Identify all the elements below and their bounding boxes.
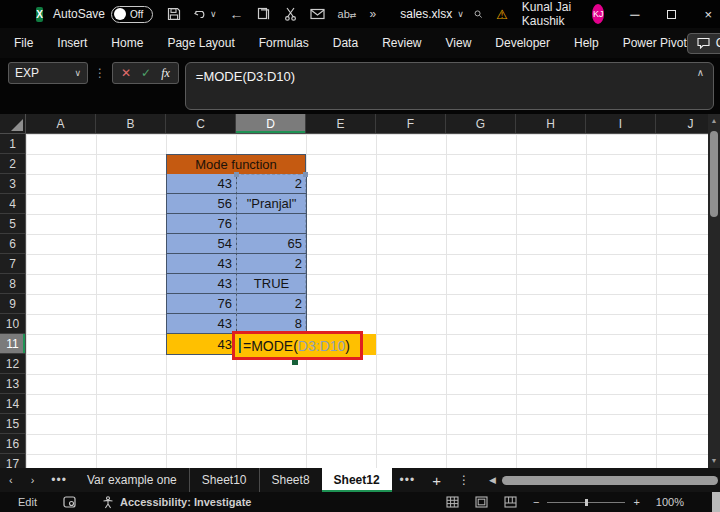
horizontal-scroll-track[interactable] bbox=[502, 475, 718, 485]
normal-view-icon[interactable] bbox=[446, 496, 459, 508]
row-header-2[interactable]: 2 bbox=[0, 154, 25, 174]
cut-icon[interactable] bbox=[284, 7, 297, 21]
horizontal-scrollbar[interactable]: ◀ ▶ bbox=[489, 475, 720, 485]
column-header-c[interactable]: C bbox=[166, 114, 236, 133]
avatar[interactable]: KJ bbox=[592, 4, 604, 24]
name-box[interactable]: EXP ∨ bbox=[8, 62, 88, 84]
document-title[interactable]: sales.xlsx ∨ bbox=[400, 7, 464, 21]
undo-dropdown-icon[interactable]: ∨ bbox=[210, 9, 217, 19]
scroll-down-icon[interactable]: ▼ bbox=[711, 454, 718, 468]
page-break-view-icon[interactable] bbox=[504, 496, 517, 508]
zoom-slider[interactable] bbox=[547, 502, 625, 503]
column-header-a[interactable]: A bbox=[26, 114, 96, 133]
cell-d5[interactable] bbox=[237, 214, 307, 234]
row-header-6[interactable]: 6 bbox=[0, 234, 25, 254]
ribbon-tab-review[interactable]: Review bbox=[382, 36, 421, 50]
cell-c3[interactable]: 43 bbox=[167, 174, 237, 194]
row-header-8[interactable]: 8 bbox=[0, 274, 25, 294]
row-header-10[interactable]: 10 bbox=[0, 314, 25, 334]
row-header-7[interactable]: 7 bbox=[0, 254, 25, 274]
column-header-i[interactable]: I bbox=[586, 114, 656, 133]
horizontal-scroll-thumb[interactable] bbox=[502, 476, 718, 485]
cell-c9[interactable]: 76 bbox=[167, 294, 237, 314]
ribbon-tab-insert[interactable]: Insert bbox=[57, 36, 87, 50]
formula-input[interactable]: =MODE(D3:D10) ∧ bbox=[185, 62, 714, 110]
ribbon-tab-file[interactable]: File bbox=[14, 36, 33, 50]
row-header-14[interactable]: 14 bbox=[0, 394, 25, 414]
ribbon-tab-power-pivot[interactable]: Power Pivot bbox=[623, 36, 687, 50]
warning-icon[interactable]: ⚠ bbox=[496, 7, 508, 22]
column-header-g[interactable]: G bbox=[446, 114, 516, 133]
cell-d6[interactable]: 65 bbox=[237, 234, 307, 254]
cell-c5[interactable]: 76 bbox=[167, 214, 237, 234]
row-header-12[interactable]: 12 bbox=[0, 354, 25, 374]
column-header-e[interactable]: E bbox=[306, 114, 376, 133]
row-header-5[interactable]: 5 bbox=[0, 214, 25, 234]
maximize-button[interactable] bbox=[667, 10, 676, 19]
ribbon-tab-view[interactable]: View bbox=[446, 36, 472, 50]
sheet-list-icon[interactable]: ••• bbox=[43, 473, 75, 487]
scroll-up-icon[interactable]: ▲ bbox=[711, 114, 718, 128]
autosave-control[interactable]: AutoSave Off bbox=[53, 6, 153, 23]
cell-c6[interactable]: 54 bbox=[167, 234, 237, 254]
sheet-tab-var-example-one[interactable]: Var example one bbox=[75, 468, 189, 492]
sheet-menu-icon[interactable]: ⋮ bbox=[450, 473, 479, 487]
sheet-tab-sheet8[interactable]: Sheet8 bbox=[259, 468, 322, 492]
merged-title-cell[interactable]: Mode function bbox=[166, 154, 306, 175]
column-header-j[interactable]: J bbox=[656, 114, 708, 133]
mail-icon[interactable] bbox=[310, 8, 325, 20]
zoom-out-button[interactable]: − bbox=[533, 496, 539, 508]
cell-c8[interactable]: 43 bbox=[167, 274, 237, 294]
cell-c10[interactable]: 43 bbox=[167, 314, 237, 334]
row-header-3[interactable]: 3 bbox=[0, 174, 25, 194]
ribbon-tab-data[interactable]: Data bbox=[333, 36, 358, 50]
vertical-scrollbar[interactable]: ▲ ▼ bbox=[708, 114, 720, 468]
search-icon[interactable] bbox=[474, 7, 482, 21]
macro-record-button[interactable] bbox=[63, 496, 76, 508]
column-header-h[interactable]: H bbox=[516, 114, 586, 133]
row-header-1[interactable]: 1 bbox=[0, 134, 25, 154]
cell-c7[interactable]: 43 bbox=[167, 254, 237, 274]
zoom-in-button[interactable]: + bbox=[633, 496, 639, 508]
fill-handle[interactable] bbox=[292, 360, 298, 365]
filename-dropdown-icon[interactable]: ∨ bbox=[457, 9, 464, 19]
row-header-17[interactable]: 17 bbox=[0, 454, 25, 468]
cell-c11[interactable]: 43 bbox=[166, 334, 236, 355]
ribbon-tab-formulas[interactable]: Formulas bbox=[259, 36, 309, 50]
collapse-formula-bar-icon[interactable]: ∧ bbox=[697, 67, 704, 78]
row-header-16[interactable]: 16 bbox=[0, 434, 25, 454]
cancel-entry-icon[interactable]: ✕ bbox=[121, 66, 131, 80]
confirm-entry-icon[interactable]: ✓ bbox=[141, 66, 151, 80]
row-header-13[interactable]: 13 bbox=[0, 374, 25, 394]
cell-d4[interactable]: "Pranjal" bbox=[237, 194, 307, 214]
resize-grip[interactable] bbox=[712, 492, 720, 512]
column-header-d[interactable]: D bbox=[236, 114, 306, 133]
zoom-level[interactable]: 100% bbox=[656, 496, 684, 508]
accessibility-status[interactable]: Accessibility: Investigate bbox=[102, 496, 251, 509]
select-all-button[interactable] bbox=[0, 114, 26, 134]
row-header-4[interactable]: 4 bbox=[0, 194, 25, 214]
cell-d8[interactable]: TRUE bbox=[237, 274, 307, 294]
cell-d9[interactable]: 2 bbox=[237, 294, 307, 314]
row-header-9[interactable]: 9 bbox=[0, 294, 25, 314]
ribbon-tab-page-layout[interactable]: Page Layout bbox=[167, 36, 234, 50]
sheet-tab-sheet10[interactable]: Sheet10 bbox=[189, 468, 259, 492]
scroll-left-icon[interactable]: ◀ bbox=[489, 475, 496, 485]
ribbon-tab-home[interactable]: Home bbox=[111, 36, 143, 50]
mode-indicator[interactable]: Edit bbox=[18, 496, 37, 508]
copy-icon[interactable] bbox=[257, 7, 271, 21]
cell-d7[interactable]: 2 bbox=[237, 254, 307, 274]
row-header-15[interactable]: 15 bbox=[0, 414, 25, 434]
more-sheets-icon[interactable]: ••• bbox=[392, 473, 424, 487]
comments-button[interactable]: Comments bbox=[687, 33, 720, 54]
cell-grid[interactable]: Mode function 43256"Pranjal"76546543243T… bbox=[26, 134, 708, 468]
qat-overflow-icon[interactable]: » bbox=[370, 7, 377, 21]
cell-d3[interactable]: 2 bbox=[237, 174, 307, 194]
row-header-11[interactable]: 11 bbox=[0, 334, 25, 354]
cell-d11-editing[interactable]: =MODE(D3:D10) bbox=[232, 331, 363, 360]
save-icon[interactable] bbox=[167, 7, 181, 21]
next-sheet-icon[interactable]: › bbox=[22, 474, 44, 486]
close-button[interactable]: × bbox=[704, 7, 712, 22]
zoom-slider-thumb[interactable] bbox=[585, 499, 588, 506]
back-arrow-icon[interactable]: ← bbox=[230, 6, 244, 22]
